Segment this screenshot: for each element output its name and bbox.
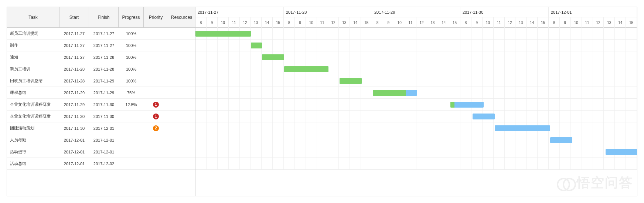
task-progress-cell: 100% <box>119 63 144 75</box>
table-row[interactable]: 新员工培训2017-11-282017-11-28100% <box>7 63 195 75</box>
gantt-bar[interactable] <box>495 125 550 131</box>
task-resources-cell <box>168 99 195 110</box>
date-header-cell: 2017-11-29 <box>372 7 460 17</box>
task-name-cell: 企业文化培训课程研发 <box>7 111 59 122</box>
gantt-bar-progress <box>284 66 328 72</box>
task-priority-cell: 1 <box>144 111 168 122</box>
task-priority-cell: 1 <box>144 99 168 110</box>
hour-header-cell: 11 <box>494 17 505 28</box>
hour-header-cell: 9 <box>471 17 483 28</box>
hour-header-cell: 9 <box>207 17 218 28</box>
task-progress-cell <box>119 158 144 169</box>
table-row[interactable]: 活动进行2017-12-012017-12-01 <box>7 146 195 158</box>
table-row[interactable]: 制作2017-11-272017-11-27100% <box>7 40 195 51</box>
task-resources-cell <box>168 134 195 146</box>
task-resources-cell <box>168 51 195 63</box>
task-progress-cell <box>119 146 144 158</box>
gantt-bar-progress <box>340 78 362 84</box>
hour-header-cell: 8 <box>372 17 383 28</box>
gantt-bar[interactable] <box>550 137 572 143</box>
task-finish-cell: 2017-11-30 <box>89 99 119 110</box>
gantt-bar-progress <box>262 54 284 60</box>
table-row[interactable]: 回收员工培训总结2017-11-282017-11-29100% <box>7 75 195 87</box>
task-priority-cell <box>144 63 168 75</box>
gantt-bar[interactable] <box>473 114 495 119</box>
hour-header-cell: 14 <box>615 17 626 28</box>
task-start-cell: 2017-11-30 <box>59 122 89 134</box>
timeline-hour-row: 8910111213141589101112131415891011121314… <box>195 17 637 28</box>
task-start-cell: 2017-11-29 <box>59 99 89 110</box>
gantt-bar[interactable] <box>284 66 328 72</box>
table-row[interactable]: 新员工培训提纲2017-11-272017-11-27100% <box>7 28 195 40</box>
hour-header-cell: 8 <box>195 17 207 28</box>
task-priority-cell <box>144 40 168 51</box>
table-row[interactable]: 通知2017-11-272017-11-28100% <box>7 51 195 63</box>
hour-header-cell: 14 <box>350 17 361 28</box>
task-finish-cell: 2017-11-28 <box>89 51 119 63</box>
timeline-pane: 2017-11-272017-11-282017-11-292017-11-30… <box>195 7 637 196</box>
date-header-cell: 2017-12-01 <box>549 7 637 17</box>
task-progress-cell: 12.5% <box>119 99 144 110</box>
hour-header-cell: 12 <box>505 17 516 28</box>
task-start-cell: 2017-12-01 <box>59 134 89 146</box>
gantt-bar[interactable] <box>251 43 262 48</box>
timeline-row <box>195 75 637 87</box>
timeline-row <box>195 122 637 134</box>
task-priority-cell <box>144 75 168 87</box>
table-row[interactable]: 企业文化培训课程研发2017-11-292017-11-3012.5%1 <box>7 99 195 111</box>
task-progress-cell <box>119 122 144 134</box>
hour-header-cell: 11 <box>582 17 593 28</box>
task-resources-cell <box>168 158 195 169</box>
timeline-row <box>195 99 637 111</box>
task-finish-cell: 2017-12-01 <box>89 146 119 158</box>
hour-header-cell: 11 <box>317 17 328 28</box>
task-table-pane: Task Start Finish Progress Priority Reso… <box>7 7 195 196</box>
task-name-cell: 新员工培训提纲 <box>7 28 59 39</box>
task-finish-cell: 2017-11-27 <box>89 28 119 39</box>
gantt-bar[interactable] <box>262 54 284 60</box>
timeline-row <box>195 28 637 40</box>
hour-header-cell: 14 <box>438 17 449 28</box>
gantt-bar[interactable] <box>373 90 417 96</box>
table-row[interactable]: 课程总结2017-11-292017-11-2975% <box>7 87 195 99</box>
task-progress-cell <box>119 134 144 146</box>
gantt-bar[interactable] <box>195 31 251 37</box>
hour-header-cell: 13 <box>339 17 350 28</box>
hour-header-cell: 13 <box>427 17 438 28</box>
task-finish-cell: 2017-12-01 <box>89 134 119 146</box>
gantt-bar-progress <box>373 90 406 96</box>
gantt-bar-progress <box>251 43 262 48</box>
gantt-bar[interactable] <box>450 102 484 108</box>
hour-header-cell: 10 <box>394 17 405 28</box>
hour-header-cell: 9 <box>295 17 306 28</box>
gantt-bar[interactable] <box>606 149 637 155</box>
task-finish-cell: 2017-11-29 <box>89 75 119 87</box>
task-start-cell: 2017-12-01 <box>59 158 89 169</box>
task-name-cell: 活动进行 <box>7 146 59 158</box>
hour-header-cell: 10 <box>483 17 494 28</box>
hour-header-cell: 15 <box>538 17 549 28</box>
gantt-bar-progress <box>195 31 251 37</box>
task-progress-cell: 100% <box>119 75 144 87</box>
hour-header-cell: 11 <box>405 17 416 28</box>
hour-header-cell: 15 <box>626 17 637 28</box>
task-name-cell: 团建活动策划 <box>7 122 59 134</box>
task-priority-cell <box>144 146 168 158</box>
task-resources-cell <box>168 40 195 51</box>
table-row[interactable]: 活动总结2017-12-012017-12-02 <box>7 158 195 170</box>
col-header-progress: Progress <box>119 7 144 27</box>
gantt-bar[interactable] <box>340 78 362 84</box>
timeline-row <box>195 146 637 158</box>
table-row[interactable]: 团建活动策划2017-11-302017-12-012 <box>7 122 195 134</box>
task-start-cell: 2017-11-27 <box>59 51 89 63</box>
task-name-cell: 课程总结 <box>7 87 59 98</box>
task-finish-cell: 2017-12-01 <box>89 122 119 134</box>
task-priority-cell <box>144 158 168 169</box>
hour-header-cell: 12 <box>416 17 427 28</box>
task-priority-cell <box>144 51 168 63</box>
date-header-cell: 2017-11-27 <box>195 7 284 17</box>
table-row[interactable]: 人员考勤2017-12-012017-12-01 <box>7 134 195 146</box>
task-finish-cell: 2017-11-29 <box>89 87 119 98</box>
task-resources-cell <box>168 111 195 122</box>
table-row[interactable]: 企业文化培训课程研发2017-11-302017-11-301 <box>7 111 195 122</box>
